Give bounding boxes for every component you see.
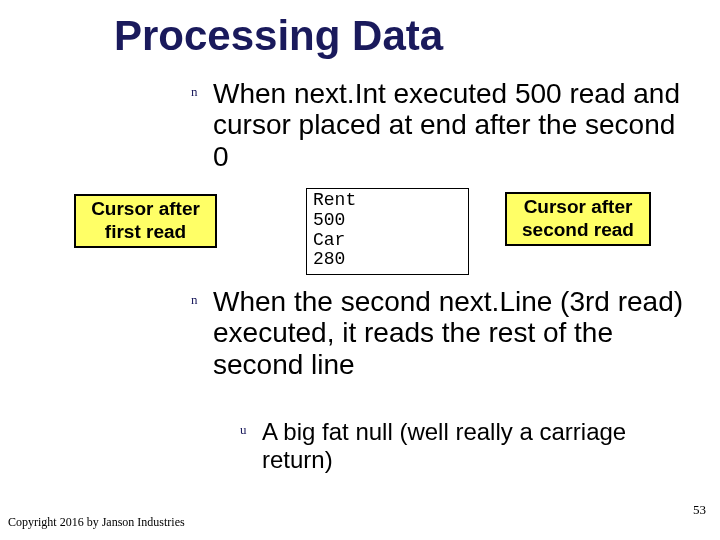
data-line-4: 280 — [313, 250, 462, 270]
cursor-after-first-read-box: Cursor after first read — [74, 194, 217, 248]
sub-bullet-marker: u — [240, 422, 247, 438]
bullet-marker-2: n — [191, 292, 198, 308]
sub-bullet-text: A big fat null (well really a carriage r… — [262, 418, 692, 473]
copyright-text: Copyright 2016 by Janson Industries — [8, 515, 185, 530]
bullet-text-1: When next.Int executed 500 read and curs… — [213, 78, 688, 172]
cursor-after-second-read-box: Cursor after second read — [505, 192, 651, 246]
data-line-3: Car — [313, 231, 462, 251]
bullet-marker-1: n — [191, 84, 198, 100]
data-line-2: 500 — [313, 211, 462, 231]
box-left-text: Cursor after first read — [82, 198, 209, 244]
slide: Processing Data n When next.Int executed… — [0, 0, 720, 540]
data-line-1: Rent — [313, 191, 462, 211]
box-right-text: Cursor after second read — [513, 196, 643, 242]
bullet-text-2: When the second next.Line (3rd read) exe… — [213, 286, 688, 380]
slide-title: Processing Data — [114, 12, 443, 60]
data-box: Rent 500 Car 280 — [306, 188, 469, 275]
slide-number: 53 — [693, 502, 706, 518]
